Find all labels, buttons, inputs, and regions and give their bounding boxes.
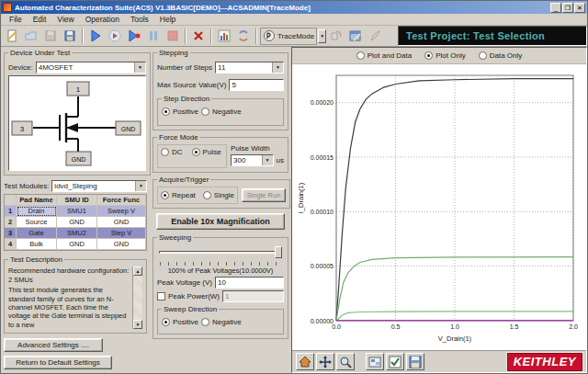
app-window: Automated Characterization Suite(ACS) V1… (0, 0, 588, 374)
stop-icon (165, 28, 180, 43)
cell-smu[interactable]: GND (57, 217, 97, 228)
refresh-button[interactable] (234, 28, 253, 45)
terminal-source[interactable]: GND (66, 152, 91, 165)
edit-axes-button[interactable] (386, 353, 404, 370)
step-direction-negative[interactable]: Negative (201, 108, 242, 116)
new-test-button[interactable] (3, 28, 21, 45)
chart-plot[interactable]: 0.00.51.01.52.00.000000.000050.000100.00… (294, 66, 584, 348)
cell-force[interactable]: GND (97, 239, 146, 250)
option-plot-only[interactable]: Plot Only (424, 51, 465, 60)
run-loop-button[interactable] (106, 28, 124, 45)
report-button[interactable] (215, 28, 233, 45)
tracemode-dropdown-button[interactable]: ▼ (318, 29, 326, 43)
max-source-value-input[interactable]: 5 (229, 79, 284, 91)
toolbar: TraceMode ▼ (1, 26, 386, 46)
terminal-bulk[interactable]: GND (116, 121, 141, 135)
cell-force[interactable]: Step V (97, 228, 146, 239)
device-select[interactable]: 4MOSFET ▼ (36, 62, 146, 74)
home-icon (299, 356, 311, 368)
close-button[interactable]: ✕ (574, 3, 585, 13)
svg-text:1.0: 1.0 (450, 323, 459, 330)
cell-force[interactable]: GND (97, 217, 146, 228)
peak-voltage-input[interactable]: 10 (215, 277, 284, 289)
cell-force[interactable]: Sweep V (97, 206, 146, 217)
run-loop-icon (107, 28, 122, 43)
save-figure-button[interactable] (406, 353, 424, 370)
cell-smu[interactable]: SMU2 (57, 228, 97, 239)
pan-button[interactable] (316, 353, 334, 370)
force-mode-pulse[interactable]: Pulse (192, 148, 221, 156)
home-view-button[interactable] (296, 353, 314, 370)
tracemode-selector[interactable]: TraceMode (260, 28, 317, 45)
zoom-rect-button[interactable] (336, 353, 355, 370)
test-modules-select[interactable]: idvd_Steping ▼ (51, 180, 147, 192)
pulse-width-select[interactable]: 300 ▼ (231, 154, 274, 166)
slider-thumb[interactable] (275, 246, 282, 258)
acquire-single[interactable]: Single (203, 191, 234, 199)
single-run-button[interactable]: Single Run (242, 188, 286, 202)
col-force-func: Force Func (97, 195, 146, 206)
title-bar: Automated Characterization Suite(ACS) V1… (1, 1, 587, 14)
cell-pad[interactable]: Gate (17, 228, 57, 239)
menu-item-tools[interactable]: Tools (126, 15, 153, 24)
pause-button[interactable] (144, 28, 163, 45)
return-default-settings-button[interactable]: Return to Default Settings (4, 356, 112, 369)
append-run-icon (127, 28, 141, 43)
cell-pad[interactable]: Bulk (17, 239, 57, 250)
device-under-test-legend: Device Under Test (8, 49, 72, 57)
minimize-button[interactable]: _ (550, 3, 561, 13)
step-direction-positive[interactable]: Positive (162, 108, 198, 116)
advanced-settings-button[interactable]: Advanced Settings .... (4, 338, 103, 352)
pulse-width-label: Pulse Width (231, 144, 284, 153)
terminal-drain[interactable]: 1 (67, 82, 89, 96)
scroll-up-icon[interactable]: ▲ (133, 266, 142, 276)
notes-button[interactable] (366, 28, 384, 45)
enable-magnification-button[interactable]: Enable 10x Magnification (156, 213, 285, 230)
chart-toolbar: KEITHLEY (292, 350, 586, 372)
acquire-trigger-group: Acquire/Trigger Repeat Single Single Run (153, 176, 290, 209)
cell-pad[interactable]: Drain (17, 206, 57, 217)
append-run-button[interactable] (125, 28, 143, 45)
peak-power-checkbox[interactable]: Peak Power(W) (157, 292, 220, 300)
plot-panel: Plot and Data Plot Only Data Only 0.00.5… (291, 47, 587, 373)
table-row[interactable]: 3 Gate SMU2 Step V (5, 228, 146, 239)
terminal-gate[interactable]: 3 (12, 121, 32, 135)
delete-button[interactable] (189, 28, 208, 45)
scroll-down-icon[interactable]: ▼ (133, 320, 142, 329)
peak-power-input[interactable]: 1 (222, 290, 284, 302)
sweep-direction-negative[interactable]: Negative (201, 318, 242, 326)
refresh-icon (236, 28, 251, 43)
option-data-only[interactable]: Data Only (479, 51, 523, 60)
description-scrollbar[interactable]: ▲ ▼ (132, 266, 142, 329)
menu-item-edit[interactable]: Edit (28, 15, 51, 24)
cell-smu[interactable]: SMU1 (57, 206, 97, 217)
menu-item-file[interactable]: File (5, 15, 27, 24)
svg-text:0.00020: 0.00020 (311, 99, 334, 106)
acquire-repeat[interactable]: Repeat (161, 191, 196, 199)
save-button[interactable] (41, 28, 60, 45)
run-button[interactable] (86, 28, 105, 45)
stop-button[interactable] (164, 28, 182, 45)
sweeping-group: Sweeping 100% of Peak Voltages(10.0000V)… (153, 233, 288, 339)
cell-smu[interactable]: GND (57, 239, 97, 250)
edit-module-button[interactable] (346, 28, 365, 45)
configure-subplots-button[interactable] (366, 353, 384, 370)
chevron-down-icon: ▼ (134, 62, 145, 73)
maximize-button[interactable]: ❐ (562, 3, 573, 13)
menu-item-help[interactable]: Help (155, 15, 180, 24)
menu-item-operation[interactable]: Operation (81, 15, 124, 24)
number-of-steps-select[interactable]: 11 ▼ (215, 62, 284, 74)
display-options: Plot and Data Plot Only Data Only (292, 48, 586, 64)
table-row[interactable]: 2 Source GND GND (5, 217, 146, 228)
sweep-direction-positive[interactable]: Positive (162, 318, 198, 326)
save-as-button[interactable] (61, 28, 79, 45)
table-row[interactable]: 4 Bulk GND GND (5, 239, 146, 250)
menu-item-view[interactable]: View (52, 15, 78, 24)
export-button[interactable] (327, 28, 345, 45)
table-row[interactable]: 1 Drain SMU1 Sweep V (5, 206, 146, 217)
open-button[interactable] (22, 28, 40, 45)
cell-pad[interactable]: Source (17, 217, 57, 228)
peak-voltage-slider[interactable] (159, 246, 282, 261)
force-mode-dc[interactable]: DC (161, 148, 183, 156)
option-plot-and-data[interactable]: Plot and Data (356, 51, 412, 60)
